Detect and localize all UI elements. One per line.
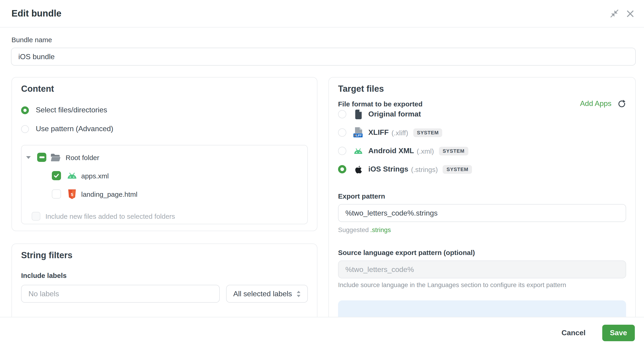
modal-footer: Cancel Save	[0, 317, 644, 348]
folder-icon	[50, 153, 61, 162]
include-labels-row: All selected labels	[21, 285, 308, 303]
export-pattern-label: Export pattern	[338, 192, 626, 200]
bundle-name-input[interactable]	[11, 48, 636, 66]
modal-header: Edit bundle	[0, 0, 644, 28]
suggested-row: Suggested.strings	[338, 226, 626, 234]
source-pattern-label: Source language export pattern (optional…	[338, 248, 626, 256]
tree-label-root[interactable]: Root folder	[66, 154, 99, 161]
suggested-prefix: Suggested	[338, 226, 369, 234]
radio-label: Use pattern (Advanced)	[36, 125, 113, 133]
format-row-android-xml[interactable]: Android XML (.xml) SYSTEM	[338, 146, 626, 156]
bundle-name-label: Bundle name	[12, 36, 52, 44]
format-name: Original format	[368, 110, 421, 118]
radio-unselected-icon[interactable]	[338, 110, 346, 118]
close-icon[interactable]	[626, 9, 635, 18]
modal-body: Bundle name Content Select files/directo…	[0, 28, 644, 317]
radio-unselected-icon[interactable]	[338, 128, 346, 137]
indeterminate-dash-icon	[39, 156, 44, 158]
apple-icon	[352, 165, 364, 174]
android-icon	[352, 148, 364, 154]
export-pattern-input[interactable]	[338, 204, 626, 222]
edit-bundle-modal: Edit bundle Bundle name Content Select f…	[0, 0, 644, 349]
svg-text:5: 5	[71, 192, 74, 197]
android-icon	[66, 172, 78, 179]
apps-xml-checkbox[interactable]	[52, 171, 61, 180]
header-actions	[610, 9, 635, 18]
format-ext: (.xliff)	[392, 129, 408, 136]
radio-label: Select files/directories	[36, 106, 107, 114]
format-name: XLIFF	[368, 128, 389, 137]
source-pattern-input	[338, 260, 626, 278]
radio-unselected-icon[interactable]	[338, 147, 346, 155]
modal-title: Edit bundle	[12, 8, 610, 19]
content-heading: Content	[21, 84, 308, 94]
landing-page-checkbox[interactable]	[52, 190, 61, 198]
file-icon	[352, 110, 364, 119]
string-filters-card: String filters Include labels All select…	[12, 244, 318, 317]
sort-arrows-icon	[296, 290, 301, 297]
labels-mode-value: All selected labels	[233, 290, 292, 298]
radio-select-files[interactable]: Select files/directories	[21, 105, 308, 115]
format-row-xliff[interactable]: XLIFF XLIFF (.xliff) SYSTEM	[338, 127, 626, 138]
system-badge: SYSTEM	[443, 165, 472, 174]
root-folder-checkbox[interactable]	[37, 153, 46, 162]
file-format-header: File format to be exported Add Apps	[338, 98, 626, 109]
format-name: Android XML	[368, 147, 414, 155]
format-name: iOS Strings	[368, 165, 408, 173]
include-labels-label: Include labels	[21, 272, 308, 279]
radio-unselected-icon[interactable]	[21, 125, 29, 133]
add-apps-link[interactable]: Add Apps	[580, 100, 612, 108]
content-card: Content Select files/directories Use pat…	[12, 77, 318, 231]
system-badge: SYSTEM	[413, 128, 442, 137]
info-box	[338, 300, 626, 317]
save-button[interactable]: Save	[602, 325, 635, 341]
tree-label-apps-xml[interactable]: apps.xml	[81, 172, 109, 180]
radio-selected-icon[interactable]	[21, 106, 29, 114]
format-row-ios-strings[interactable]: iOS Strings (.strings) SYSTEM	[338, 164, 626, 175]
include-new-files-label: Include new files added to selected fold…	[46, 212, 175, 220]
cancel-button[interactable]: Cancel	[559, 328, 588, 338]
target-files-card: Target files File format to be exported …	[328, 77, 636, 317]
tree-row-landing-page[interactable]: 5 landing_page.html	[26, 188, 303, 200]
html5-icon: 5	[66, 189, 78, 199]
svg-text:XLIFF: XLIFF	[354, 134, 362, 137]
caret-down-icon[interactable]	[26, 156, 31, 159]
tree-row-apps-xml[interactable]: apps.xml	[26, 170, 303, 182]
collapse-icon[interactable]	[610, 9, 619, 18]
string-filters-heading: String filters	[21, 250, 308, 260]
tree-label-landing-page[interactable]: landing_page.html	[81, 190, 138, 198]
radio-use-pattern[interactable]: Use pattern (Advanced)	[21, 124, 308, 134]
file-format-label: File format to be exported	[338, 100, 422, 108]
labels-input[interactable]	[21, 285, 220, 303]
target-files-heading: Target files	[338, 84, 626, 94]
include-new-files-checkbox[interactable]	[32, 212, 40, 220]
labels-mode-select[interactable]: All selected labels	[226, 285, 308, 303]
refresh-icon[interactable]	[618, 99, 626, 108]
source-pattern-helper: Include source language in the Languages…	[338, 281, 626, 288]
suggested-strings-link[interactable]: .strings	[370, 226, 391, 234]
radio-selected-icon[interactable]	[338, 165, 346, 173]
xliff-icon: XLIFF	[352, 127, 364, 138]
include-new-files-row[interactable]: Include new files added to selected fold…	[26, 212, 303, 220]
format-ext: (.strings)	[411, 165, 438, 173]
file-tree: Root folder apps.xml	[21, 145, 308, 224]
format-row-original[interactable]: Original format	[338, 109, 626, 120]
format-ext: (.xml)	[417, 147, 434, 155]
system-badge: SYSTEM	[439, 146, 468, 155]
tree-row-root[interactable]: Root folder	[26, 151, 303, 163]
